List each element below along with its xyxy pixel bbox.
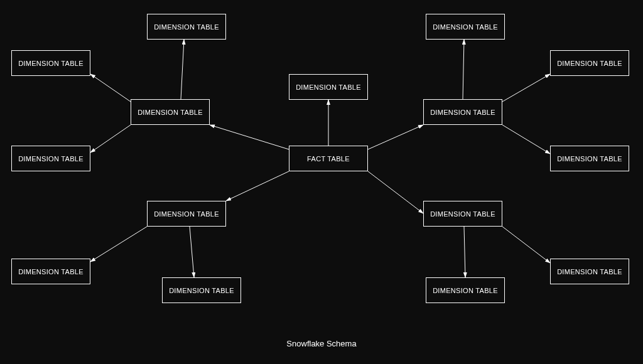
box-label-dim_bl_left: DIMENSION TABLE [18, 268, 84, 276]
connector-bl_to_down [190, 227, 194, 277]
box-label-dim_tr_up: DIMENSION TABLE [433, 23, 498, 31]
connector-fact_to_tl [210, 125, 289, 149]
connector-tr_to_right2 [502, 125, 550, 154]
box-label-dim_tl_up: DIMENSION TABLE [154, 23, 219, 31]
connector-tr_to_up [463, 40, 464, 99]
box-label-dim_tr: DIMENSION TABLE [430, 109, 495, 116]
box-label-dim_br_down: DIMENSION TABLE [433, 287, 498, 294]
connector-bl_to_left [90, 227, 147, 262]
connector-tl_to_left2 [90, 125, 131, 153]
box-dim_tl: DIMENSION TABLE [131, 99, 210, 125]
box-dim_bl_down: DIMENSION TABLE [162, 277, 241, 303]
connector-tl_to_left1 [90, 74, 131, 102]
diagram-title: Snowflake Schema [286, 339, 356, 348]
box-dim_tl_left2: DIMENSION TABLE [11, 146, 90, 171]
box-label-dim_br_right: DIMENSION TABLE [557, 268, 622, 276]
box-dim_tr_up: DIMENSION TABLE [426, 14, 505, 40]
connector-tl_to_up [181, 40, 184, 99]
connector-fact_to_br [368, 171, 423, 213]
connector-br_to_right [502, 227, 550, 263]
box-fact: FACT TABLE [289, 146, 368, 171]
box-dim_bl: DIMENSION TABLE [147, 201, 226, 227]
box-dim_tr_right2: DIMENSION TABLE [550, 146, 629, 171]
box-label-dim_tr_right1: DIMENSION TABLE [557, 60, 622, 67]
connector-fact_to_bl [226, 171, 289, 201]
box-label-fact: FACT TABLE [307, 155, 350, 163]
box-label-dim_br: DIMENSION TABLE [430, 210, 495, 218]
box-dim_tr: DIMENSION TABLE [423, 99, 502, 125]
box-dim_tr_right1: DIMENSION TABLE [550, 50, 629, 76]
box-dim_top_center: DIMENSION TABLE [289, 74, 368, 100]
box-dim_br_right: DIMENSION TABLE [550, 259, 629, 284]
connector-br_to_down [464, 227, 465, 277]
box-label-dim_bl: DIMENSION TABLE [154, 210, 219, 218]
box-label-dim_tr_right2: DIMENSION TABLE [557, 155, 622, 163]
box-label-dim_tl_left2: DIMENSION TABLE [18, 155, 84, 163]
box-label-dim_top_center: DIMENSION TABLE [296, 83, 361, 91]
box-dim_br: DIMENSION TABLE [423, 201, 502, 227]
box-dim_br_down: DIMENSION TABLE [426, 277, 505, 303]
box-label-dim_tl: DIMENSION TABLE [138, 109, 203, 116]
box-dim_tl_left1: DIMENSION TABLE [11, 50, 90, 76]
connector-lines [0, 0, 643, 364]
box-label-dim_tl_left1: DIMENSION TABLE [18, 60, 84, 67]
connector-fact_to_tr [368, 125, 423, 149]
box-dim_bl_left: DIMENSION TABLE [11, 259, 90, 284]
box-dim_tl_up: DIMENSION TABLE [147, 14, 226, 40]
connector-tr_to_right1 [502, 74, 550, 102]
box-label-dim_bl_down: DIMENSION TABLE [169, 287, 234, 294]
